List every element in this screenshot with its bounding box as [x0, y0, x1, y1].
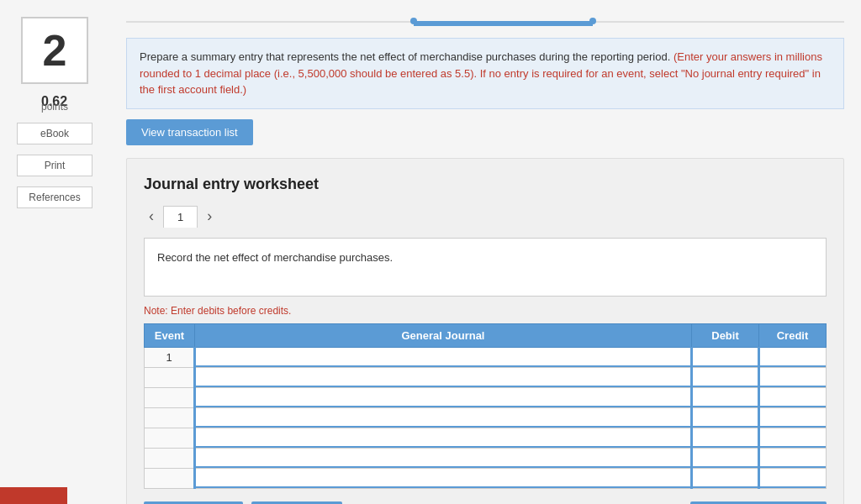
debit-input[interactable] [693, 428, 758, 448]
gj-cell[interactable] [195, 428, 692, 448]
gj-input[interactable] [196, 368, 690, 387]
credit-cell[interactable] [759, 367, 827, 387]
col-event: Event [145, 323, 195, 347]
print-button[interactable]: Print [17, 155, 92, 176]
debit-input[interactable] [693, 408, 758, 428]
debit-cell[interactable] [692, 347, 759, 367]
table-row: 1 [145, 347, 827, 367]
credit-cell[interactable] [759, 448, 827, 468]
credit-cell[interactable] [759, 428, 827, 448]
debit-input[interactable] [693, 348, 758, 367]
gj-cell[interactable] [195, 407, 692, 428]
gj-input[interactable] [196, 428, 690, 448]
references-button[interactable]: References [17, 186, 92, 208]
table-row [145, 468, 827, 488]
debit-input[interactable] [693, 368, 758, 387]
worksheet-card: Journal entry worksheet ‹ 1 › Record the… [126, 158, 844, 505]
credit-input[interactable] [760, 469, 826, 488]
debit-cell[interactable] [692, 448, 759, 468]
debit-cell[interactable] [692, 468, 759, 488]
view-transaction-button[interactable]: View transaction list [126, 119, 253, 145]
debit-cell[interactable] [692, 407, 759, 428]
credit-cell[interactable] [759, 347, 827, 367]
gj-input[interactable] [196, 388, 690, 407]
credit-input[interactable] [760, 408, 826, 428]
description-box: Record the net effect of merchandise pur… [144, 238, 827, 297]
event-cell [145, 387, 195, 407]
event-cell [145, 448, 195, 468]
credit-input[interactable] [760, 428, 826, 448]
journal-table: Event General Journal Debit Credit 1 [144, 323, 827, 489]
event-cell [145, 367, 195, 387]
table-row [145, 367, 827, 387]
event-cell [145, 428, 195, 448]
table-row [145, 407, 827, 428]
debit-input[interactable] [693, 388, 758, 407]
table-row [145, 448, 827, 468]
bottom-hint-bar [0, 487, 67, 504]
gj-input[interactable] [196, 408, 690, 428]
question-number: 2 [21, 17, 88, 84]
gj-cell[interactable] [195, 347, 692, 367]
event-cell [145, 468, 195, 488]
record-entry-button[interactable]: Record entry [144, 501, 243, 505]
event-cell [145, 407, 195, 428]
credit-input[interactable] [760, 449, 826, 468]
credit-cell[interactable] [759, 407, 827, 428]
gj-cell[interactable] [195, 448, 692, 468]
col-credit: Credit [759, 323, 827, 347]
gj-input[interactable] [196, 348, 690, 367]
progress-bar [126, 13, 844, 29]
credit-cell[interactable] [759, 468, 827, 488]
note-text: Note: Enter debits before credits. [144, 305, 827, 317]
ebook-button[interactable]: eBook [17, 123, 92, 144]
debit-input[interactable] [693, 469, 758, 488]
clear-entry-button[interactable]: Clear entry [251, 501, 342, 505]
gj-input[interactable] [196, 449, 690, 468]
current-tab: 1 [163, 206, 198, 228]
gj-cell[interactable] [195, 468, 692, 488]
instruction-box: Prepare a summary entry that represents … [126, 38, 844, 109]
instruction-text: Prepare a summary entry that represents … [140, 50, 670, 63]
credit-input[interactable] [760, 368, 826, 387]
gj-cell[interactable] [195, 387, 692, 407]
credit-input[interactable] [760, 348, 826, 367]
table-row [145, 428, 827, 448]
view-general-journal-button[interactable]: View general journal [690, 501, 827, 505]
credit-cell[interactable] [759, 387, 827, 407]
tab-navigation: ‹ 1 › [144, 206, 827, 228]
debit-input[interactable] [693, 449, 758, 468]
gj-input[interactable] [196, 469, 690, 488]
event-cell: 1 [145, 347, 195, 367]
table-row [145, 387, 827, 407]
points-label: points [41, 101, 68, 113]
description-text: Record the net effect of merchandise pur… [157, 251, 393, 264]
col-debit: Debit [692, 323, 759, 347]
prev-tab-button[interactable]: ‹ [144, 206, 159, 227]
debit-cell[interactable] [692, 428, 759, 448]
gj-cell[interactable] [195, 367, 692, 387]
credit-input[interactable] [760, 388, 826, 407]
next-tab-button[interactable]: › [202, 206, 217, 227]
col-general-journal: General Journal [195, 323, 692, 347]
worksheet-title: Journal entry worksheet [144, 176, 827, 193]
action-buttons: Record entry Clear entry View general jo… [144, 501, 827, 505]
debit-cell[interactable] [692, 387, 759, 407]
debit-cell[interactable] [692, 367, 759, 387]
